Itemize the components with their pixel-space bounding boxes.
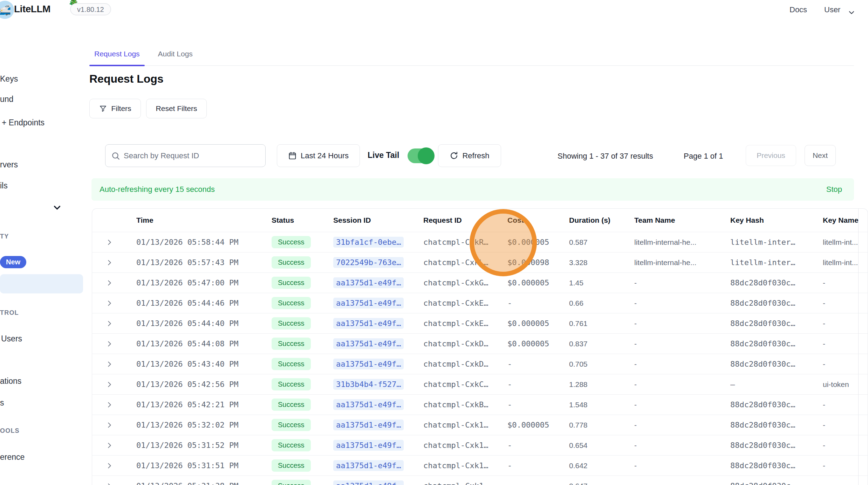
time-range-button[interactable]: Last 24 Hours: [277, 144, 360, 167]
table-row[interactable]: 01/13/2026 05:32:02 PMSuccessaa1375d1-e4…: [92, 415, 868, 435]
session-id-link[interactable]: aa1375d1-e49f…: [333, 359, 404, 369]
session-id-link[interactable]: aa1375d1-e49f…: [333, 460, 404, 471]
expand-row-icon[interactable]: [105, 421, 136, 429]
table-row[interactable]: 01/13/2026 05:58:44 PMSuccess31bfa1cf-0e…: [92, 232, 868, 252]
sidebar-active-item[interactable]: [0, 274, 83, 293]
cell-duration: 3.328: [569, 258, 634, 267]
sidebar-item[interactable]: rvers: [0, 160, 18, 169]
session-id-link[interactable]: aa1375d1-e49f…: [333, 277, 404, 288]
page-indicator: Page 1 of 1: [684, 152, 723, 161]
sidebar-collapse-chevron-icon[interactable]: [52, 202, 62, 214]
cell-request-id: chatcmpl-CxkD…: [423, 339, 507, 348]
sidebar-item[interactable]: + Endpoints: [2, 118, 45, 127]
cell-request-id: chatcmpl-CxkL…: [423, 258, 507, 267]
table-row[interactable]: 01/13/2026 05:44:40 PMSuccessaa1375d1-e4…: [92, 313, 868, 333]
session-id-link[interactable]: aa1375d1-e49f…: [333, 399, 404, 410]
session-id-link[interactable]: 7022549b-763e…: [333, 257, 404, 268]
filters-button[interactable]: Filters: [89, 99, 141, 118]
sidebar-item[interactable]: s: [0, 398, 4, 408]
table-row[interactable]: 01/13/2026 05:31:51 PMSuccessaa1375d1-e4…: [92, 455, 868, 476]
cell-status: Success: [272, 256, 333, 269]
sidebar-item[interactable]: Users: [1, 334, 22, 344]
table-row[interactable]: 01/13/2026 05:43:40 PMSuccessaa1375d1-e4…: [92, 354, 868, 374]
cell-session-id: aa1375d1-e49f…: [333, 399, 423, 410]
expand-row-icon[interactable]: [105, 482, 136, 485]
cell-time: 01/13/2026 05:43:40 PM: [136, 360, 272, 368]
expand-row-icon[interactable]: [105, 299, 136, 307]
reset-filters-button[interactable]: Reset Filters: [146, 99, 207, 118]
sidebar-item[interactable]: Keys: [0, 74, 18, 84]
top-nav: 🚅 LiteLLM 🎄 v1.80.12 Docs User: [0, 0, 868, 20]
cell-time: 01/13/2026 05:42:21 PM: [136, 400, 272, 409]
status-badge: Success: [272, 399, 311, 411]
status-badge: Success: [272, 378, 311, 390]
expand-row-icon[interactable]: [105, 381, 136, 388]
next-page-button[interactable]: Next: [805, 145, 836, 166]
user-menu[interactable]: User: [824, 5, 840, 14]
live-tail-toggle[interactable]: [408, 148, 433, 163]
sidebar-item[interactable]: und: [0, 94, 13, 104]
session-id-link[interactable]: aa1375d1-e49f…: [333, 480, 404, 485]
cell-session-id: aa1375d1-e49f…: [333, 480, 423, 485]
cell-status: Success: [272, 358, 333, 370]
refresh-button[interactable]: Refresh: [438, 144, 501, 167]
session-id-link[interactable]: 31b3b4b4-f527…: [333, 379, 404, 390]
previous-page-button[interactable]: Previous: [746, 145, 796, 166]
table-row[interactable]: 01/13/2026 05:42:56 PMSuccess31b3b4b4-f5…: [92, 374, 868, 394]
tab-request-logs[interactable]: Request Logs: [89, 49, 145, 65]
cell-key-hash: litellm-inter…: [730, 238, 823, 247]
cell-cost: $0.000005: [507, 238, 569, 247]
cell-cost: -: [507, 400, 569, 409]
stop-auto-refresh-button[interactable]: Stop: [826, 185, 842, 194]
table-row[interactable]: 01/13/2026 05:31:52 PMSuccessaa1375d1-e4…: [92, 435, 868, 455]
docs-link[interactable]: Docs: [790, 5, 807, 14]
expand-row-icon[interactable]: [105, 401, 136, 409]
sidebar-item[interactable]: ils: [0, 181, 8, 190]
cell-session-id: aa1375d1-e49f…: [333, 318, 423, 329]
cell-key-hash: 88dc28d0f030c…: [730, 421, 823, 429]
table-row[interactable]: 01/13/2026 05:44:08 PMSuccessaa1375d1-e4…: [92, 333, 868, 354]
search-input[interactable]: [105, 144, 266, 167]
cell-cost: $0.000005: [507, 421, 569, 429]
tab-audit-logs[interactable]: Audit Logs: [153, 49, 198, 65]
cell-key-name: -: [823, 279, 868, 287]
cell-time: 01/13/2026 05:58:44 PM: [136, 238, 272, 247]
expand-row-icon[interactable]: [105, 238, 136, 246]
session-id-link[interactable]: aa1375d1-e49f…: [333, 440, 404, 451]
sidebar-item[interactable]: ations: [0, 376, 21, 386]
expand-row-icon[interactable]: [105, 442, 136, 449]
expand-row-icon[interactable]: [105, 320, 136, 327]
session-id-link[interactable]: aa1375d1-e49f…: [333, 338, 404, 349]
status-badge: Success: [272, 480, 311, 485]
cell-team-name: -: [634, 421, 730, 429]
table-row[interactable]: 01/13/2026 05:44:46 PMSuccessaa1375d1-e4…: [92, 293, 868, 313]
table-row[interactable]: 01/13/2026 05:42:21 PMSuccessaa1375d1-e4…: [92, 394, 868, 415]
session-id-link[interactable]: 31bfa1cf-0ebe…: [333, 237, 404, 248]
expand-row-icon[interactable]: [105, 462, 136, 470]
cell-duration: 0.705: [569, 360, 634, 368]
cell-duration: 0.587: [569, 238, 634, 247]
cell-key-name: -: [823, 360, 868, 368]
session-id-link[interactable]: aa1375d1-e49f…: [333, 420, 404, 430]
expand-row-icon[interactable]: [105, 259, 136, 266]
results-count: Showing 1 - 37 of 37 results: [558, 152, 653, 161]
auto-refresh-banner: Auto-refreshing every 15 seconds Stop: [91, 178, 854, 201]
cell-key-hash: –: [730, 380, 823, 389]
cell-team-name: -: [634, 340, 730, 348]
cell-key-hash: 88dc28d0f030c…: [730, 299, 823, 307]
cell-request-id: chatcmpl-CxkE…: [423, 299, 507, 307]
chevron-down-icon[interactable]: [847, 8, 856, 17]
sidebar-item[interactable]: erence: [0, 452, 25, 462]
cell-session-id: aa1375d1-e49f…: [333, 338, 423, 349]
session-id-link[interactable]: aa1375d1-e49f…: [333, 318, 404, 329]
table-row[interactable]: 01/13/2026 05:31:38 PMSuccessaa1375d1-e4…: [92, 476, 868, 485]
expand-row-icon[interactable]: [105, 340, 136, 348]
expand-row-icon[interactable]: [105, 360, 136, 368]
table-row[interactable]: 01/13/2026 05:57:43 PMSuccess7022549b-76…: [92, 252, 868, 272]
expand-row-icon[interactable]: [105, 279, 136, 287]
cell-key-name: -: [823, 482, 868, 485]
cell-status: Success: [272, 439, 333, 451]
table-row[interactable]: 01/13/2026 05:47:00 PMSuccessaa1375d1-e4…: [92, 272, 868, 293]
session-id-link[interactable]: aa1375d1-e49f…: [333, 298, 404, 309]
cell-request-id: chatcmpl-Cxk1…: [423, 421, 507, 429]
